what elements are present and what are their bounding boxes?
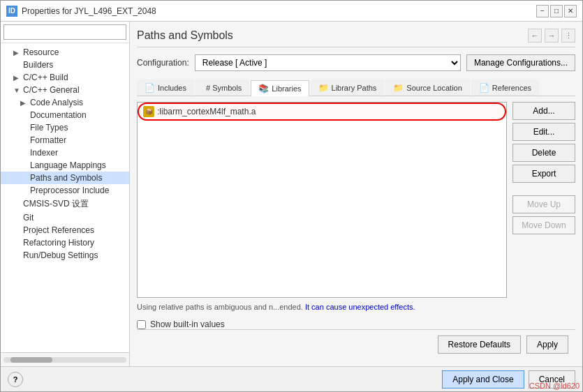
tree-arrow-resource: ▶ xyxy=(13,49,20,56)
sidebar-item-paths-symbols[interactable]: Paths and Symbols xyxy=(1,172,129,184)
tree-label-file-types: File Types xyxy=(30,123,68,133)
info-text-normal: Using relative paths is ambiguous and n.… xyxy=(137,303,305,311)
libraries-list[interactable]: 📦:libarm_cortexM4lf_math.a xyxy=(137,102,507,298)
sidebar-item-formatter[interactable]: Formatter xyxy=(1,134,129,146)
list-item-text-libarm: :libarm_cortexM4lf_math.a xyxy=(157,107,256,116)
tree-arrow-cpp-general: ▼ xyxy=(13,86,20,94)
config-row: Configuration: Release [ Active ] Manage… xyxy=(137,54,575,71)
move-up-button[interactable]: Move Up xyxy=(512,195,575,213)
tree-label-preprocessor-include: Preprocessor Include xyxy=(30,186,109,195)
sidebar-search-input[interactable] xyxy=(3,24,126,40)
titlebar: ID Properties for JYL_L496_EXT_2048 − □ … xyxy=(1,1,582,22)
sidebar-item-cpp-build[interactable]: ▶C/C++ Build xyxy=(1,71,129,84)
sidebar-item-cpp-general[interactable]: ▼C/C++ General xyxy=(1,84,129,96)
tab-library-paths[interactable]: 📁Library Paths xyxy=(311,80,385,96)
show-builtin-label: Show built-in values xyxy=(150,319,225,329)
sidebar-item-run-debug[interactable]: Run/Debug Settings xyxy=(1,249,129,262)
sidebar-tree: ▶ResourceBuilders▶C/C++ Build▼C/C++ Gene… xyxy=(1,43,129,352)
config-select[interactable]: Release [ Active ] xyxy=(195,54,461,71)
tab-label-libraries: Libraries xyxy=(272,84,301,93)
maximize-button[interactable]: □ xyxy=(550,5,563,17)
list-item-icon-libarm: 📦 xyxy=(143,106,154,117)
sidebar-item-git[interactable]: Git xyxy=(1,211,129,224)
content-area: 📦:libarm_cortexM4lf_math.a Add... Edit..… xyxy=(137,102,575,298)
sidebar-item-preprocessor-include[interactable]: Preprocessor Include xyxy=(1,184,129,197)
tree-label-formatter: Formatter xyxy=(30,135,66,145)
right-panel: Paths and Symbols ← → ⋮ Configuration: R… xyxy=(130,22,582,366)
sidebar-item-project-references[interactable]: Project References xyxy=(1,224,129,236)
sidebar-item-resource[interactable]: ▶Resource xyxy=(1,46,129,59)
show-builtin-checkbox[interactable] xyxy=(137,320,146,329)
tree-label-cmsis-svd: CMSIS-SVD 设置 xyxy=(23,198,89,210)
nav-back-button[interactable]: ← xyxy=(528,29,542,43)
watermark: CSDN @ld620 xyxy=(529,382,580,390)
apply-button[interactable]: Apply xyxy=(526,336,568,354)
tab-icon-references: 📄 xyxy=(479,83,489,93)
action-buttons: Add... Edit... Delete Export Move Up Mov… xyxy=(512,102,575,298)
sidebar-item-language-mappings[interactable]: Language Mappings xyxy=(1,159,129,172)
tree-label-language-mappings: Language Mappings xyxy=(30,160,106,170)
sidebar-scrollbar[interactable] xyxy=(3,357,126,363)
manage-configurations-button[interactable]: Manage Configurations... xyxy=(466,54,575,71)
sidebar-item-file-types[interactable]: File Types xyxy=(1,121,129,134)
main-window: ID Properties for JYL_L496_EXT_2048 − □ … xyxy=(0,0,583,392)
tab-symbols[interactable]: # Symbols xyxy=(195,80,249,96)
nav-forward-button[interactable]: → xyxy=(545,29,559,43)
window-controls: − □ ✕ xyxy=(536,5,577,17)
sidebar-item-cmsis-svd[interactable]: CMSIS-SVD 设置 xyxy=(1,197,129,211)
tab-label-symbols: # Symbols xyxy=(206,84,242,92)
tab-source-location[interactable]: 📁Source Location xyxy=(385,80,470,96)
sidebar-scrollbar-thumb[interactable] xyxy=(10,357,52,363)
tree-label-project-references: Project References xyxy=(23,225,94,235)
tree-label-builders: Builders xyxy=(23,60,53,70)
tree-label-git: Git xyxy=(23,213,34,223)
config-label: Configuration: xyxy=(137,58,189,68)
tab-references[interactable]: 📄References xyxy=(471,80,539,96)
sidebar: ▶ResourceBuilders▶C/C++ Build▼C/C++ Gene… xyxy=(1,22,130,366)
tree-label-resource: Resource xyxy=(23,47,59,57)
tab-icon-libraries: 📚 xyxy=(258,84,269,93)
tab-label-references: References xyxy=(492,84,531,92)
main-content: ▶ResourceBuilders▶C/C++ Build▼C/C++ Gene… xyxy=(1,22,582,366)
tree-label-cpp-build: C/C++ Build xyxy=(23,73,68,82)
export-button[interactable]: Export xyxy=(512,165,575,183)
sidebar-item-builders[interactable]: Builders xyxy=(1,59,129,71)
info-text: Using relative paths is ambiguous and n.… xyxy=(137,302,575,312)
sidebar-item-documentation[interactable]: Documentation xyxy=(1,109,129,121)
info-text-highlight: It can cause unexpected effects. xyxy=(305,303,415,311)
window-title: Properties for JYL_L496_EXT_2048 xyxy=(22,6,536,16)
tree-label-run-debug: Run/Debug Settings xyxy=(23,250,98,260)
edit-button[interactable]: Edit... xyxy=(512,123,575,141)
tabs-bar: 📄Includes# Symbols📚Libraries📁Library Pat… xyxy=(137,80,575,96)
tree-label-cpp-general: C/C++ General xyxy=(23,85,80,95)
sidebar-item-indexer[interactable]: Indexer xyxy=(1,146,129,159)
tree-label-indexer: Indexer xyxy=(30,148,58,158)
tab-label-library-paths: Library Paths xyxy=(332,84,377,92)
apply-and-close-button[interactable]: Apply and Close xyxy=(442,370,524,389)
list-item-libarm[interactable]: 📦:libarm_cortexM4lf_math.a xyxy=(138,103,506,121)
tree-label-paths-symbols: Paths and Symbols xyxy=(30,173,102,183)
sidebar-scroll xyxy=(1,352,129,366)
minimize-button[interactable]: − xyxy=(536,5,549,17)
checkbox-row: Show built-in values xyxy=(137,319,575,329)
tab-includes[interactable]: 📄Includes xyxy=(137,80,194,96)
dialog-left: ? xyxy=(8,372,23,387)
tab-icon-library-paths: 📁 xyxy=(318,83,329,93)
panel-title-text: Paths and Symbols xyxy=(137,29,233,42)
tree-label-documentation: Documentation xyxy=(30,110,87,120)
add-button[interactable]: Add... xyxy=(512,102,575,120)
app-icon: ID xyxy=(6,6,17,17)
restore-defaults-button[interactable]: Restore Defaults xyxy=(438,336,521,354)
dialog-bottom-bar: ? Apply and Close Cancel xyxy=(1,366,582,391)
tab-libraries[interactable]: 📚Libraries xyxy=(251,80,309,96)
close-button[interactable]: ✕ xyxy=(564,5,577,17)
panel-header: Paths and Symbols ← → ⋮ xyxy=(137,29,575,47)
tab-label-source-location: Source Location xyxy=(406,84,462,92)
tree-label-code-analysis: Code Analysis xyxy=(30,98,83,107)
delete-button[interactable]: Delete xyxy=(512,144,575,162)
move-down-button[interactable]: Move Down xyxy=(512,216,575,234)
nav-more-button[interactable]: ⋮ xyxy=(561,29,575,43)
sidebar-item-refactoring-history[interactable]: Refactoring History xyxy=(1,236,129,249)
sidebar-item-code-analysis[interactable]: ▶Code Analysis xyxy=(1,96,129,109)
help-button[interactable]: ? xyxy=(8,372,23,387)
